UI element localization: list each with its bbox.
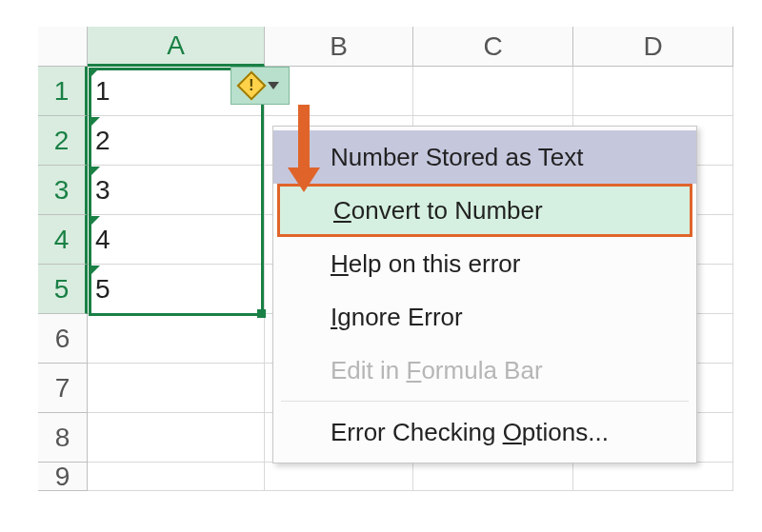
column-header-a[interactable]: A	[88, 27, 265, 67]
chevron-down-icon	[268, 82, 279, 89]
row-header-5[interactable]: 5	[38, 265, 88, 314]
excel-screenshot: A B C D 1 1 2 2 3 3	[0, 0, 762, 532]
warning-diamond-icon: !	[236, 70, 266, 100]
row-9: 9	[38, 463, 743, 491]
menu-item-label: Edit in Formula Bar	[331, 356, 543, 385]
row-header-1[interactable]: 1	[38, 67, 88, 116]
row-header-8[interactable]: 8	[38, 413, 88, 463]
cell-c1[interactable]	[413, 67, 573, 116]
column-headers: A B C D	[38, 27, 743, 67]
row-header-3[interactable]: 3	[38, 166, 88, 215]
cell-a5[interactable]: 5	[88, 265, 265, 314]
error-check-menu: Number Stored as Text Convert to Number …	[272, 126, 697, 463]
menu-header-number-stored-as-text: Number Stored as Text	[273, 130, 696, 184]
cell-a6[interactable]	[88, 314, 265, 364]
cell-a8[interactable]	[88, 413, 265, 463]
row-header-4[interactable]: 4	[38, 215, 88, 265]
row-header-6[interactable]: 6	[38, 314, 88, 364]
warning-exclaim: !	[249, 76, 254, 95]
menu-item-label: Error Checking Options...	[331, 418, 609, 447]
cell-d9[interactable]	[573, 463, 733, 491]
cell-a4[interactable]: 4	[88, 215, 265, 265]
menu-item-label: Ignore Error	[331, 303, 463, 332]
menu-item-error-checking-options[interactable]: Error Checking Options...	[273, 405, 696, 459]
row-header-7[interactable]: 7	[38, 364, 88, 413]
row-1: 1 1	[38, 67, 743, 116]
menu-item-help-on-this-error[interactable]: Help on this error	[273, 237, 696, 290]
column-header-b[interactable]: B	[265, 27, 413, 67]
error-smart-tag[interactable]: !	[231, 67, 290, 105]
select-all-corner[interactable]	[38, 27, 88, 67]
cell-d1[interactable]	[573, 67, 733, 116]
cell-a3[interactable]: 3	[88, 166, 265, 215]
cell-a2[interactable]: 2	[88, 116, 265, 166]
cell-a9[interactable]	[88, 463, 265, 491]
column-header-d[interactable]: D	[573, 27, 733, 67]
cell-b9[interactable]	[265, 463, 413, 491]
cell-c9[interactable]	[413, 463, 573, 491]
menu-separator	[281, 401, 689, 402]
cell-a7[interactable]	[88, 364, 265, 413]
row-header-2[interactable]: 2	[38, 116, 88, 166]
menu-item-ignore-error[interactable]: Ignore Error	[273, 290, 696, 344]
menu-item-label: Help on this error	[331, 249, 520, 279]
row-header-9[interactable]: 9	[38, 463, 88, 491]
menu-item-edit-in-formula-bar: Edit in Formula Bar	[273, 344, 696, 397]
column-header-c[interactable]: C	[413, 27, 573, 67]
menu-item-convert-to-number[interactable]: Convert to Number	[277, 184, 692, 237]
menu-item-label: Convert to Number	[333, 196, 543, 226]
